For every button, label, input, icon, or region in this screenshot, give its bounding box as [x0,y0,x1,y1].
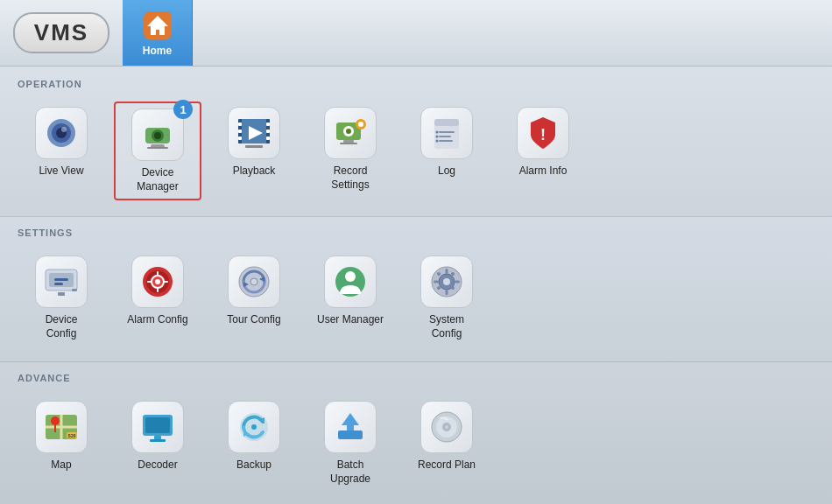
svg-rect-31 [360,127,362,130]
backup-icon [228,401,280,453]
svg-rect-58 [164,281,168,283]
advance-section-label: ADVANCE [18,373,814,385]
tour-config-item[interactable]: Tour Config [210,250,298,332]
svg-rect-56 [157,288,159,292]
svg-rect-23 [266,136,270,140]
svg-rect-69 [446,290,448,295]
device-config-item[interactable]: DeviceConfig [18,250,105,346]
top-bar: VMS Home [0,0,832,66]
backup-item[interactable]: Backup [210,396,298,478]
system-config-label: SystemConfig [429,313,464,340]
svg-point-95 [445,425,448,429]
svg-rect-71 [455,281,460,284]
advance-section: ADVANCE S20 Map [0,362,832,504]
svg-rect-57 [147,281,152,283]
device-manager-item[interactable]: 1 DeviceManager [114,102,201,200]
home-icon [142,10,173,41]
alarm-info-item[interactable]: ! Alarm Info [499,102,587,184]
svg-rect-90 [338,430,363,439]
svg-rect-85 [150,439,166,442]
svg-rect-39 [439,136,451,137]
svg-point-11 [166,129,169,132]
log-icon [420,107,473,159]
svg-point-27 [346,129,351,134]
svg-rect-55 [157,271,159,276]
record-settings-item[interactable]: RecordSettings [307,102,394,197]
svg-point-62 [250,278,257,285]
batch-upgrade-icon [324,401,377,453]
batch-upgrade-item[interactable]: BatchUpgrade [307,396,394,491]
svg-point-89 [251,424,257,430]
svg-rect-10 [147,147,168,149]
live-view-item[interactable]: Live View [18,102,105,184]
svg-point-12 [166,133,169,136]
tour-config-icon [228,256,280,308]
svg-rect-32 [356,123,358,125]
map-item[interactable]: S20 Map [18,396,105,478]
home-tab-label: Home [143,45,172,57]
settings-section-label: SETTINGS [18,228,814,240]
svg-point-8 [154,132,161,139]
playback-label: Playback [233,164,276,178]
svg-point-64 [345,271,356,282]
svg-rect-21 [266,122,270,126]
svg-rect-83 [145,417,170,433]
record-plan-item[interactable]: Record Plan [403,396,490,478]
alarm-config-label: Alarm Config [127,313,187,327]
advance-icon-grid: S20 Map Decoder [18,396,814,491]
settings-icon-grid: DeviceConfig Alarm Config [18,250,814,346]
device-config-icon [35,256,88,308]
svg-text:S20: S20 [68,433,76,438]
svg-rect-38 [439,131,455,133]
user-manager-item[interactable]: User Manager [307,250,394,332]
record-settings-icon [324,107,377,159]
playback-icon [228,107,280,159]
decoder-icon [131,401,184,453]
record-plan-icon [420,401,473,453]
settings-section: SETTINGS DeviceConfig [0,217,832,362]
svg-rect-20 [238,136,242,140]
system-config-item[interactable]: SystemConfig [403,250,490,346]
log-label: Log [438,164,455,178]
svg-rect-37 [434,119,459,126]
home-tab[interactable]: Home [123,0,193,66]
svg-point-29 [358,122,363,127]
svg-text:!: ! [540,126,546,144]
svg-point-54 [155,279,160,284]
svg-point-67 [443,278,450,285]
svg-rect-22 [266,130,270,133]
svg-rect-68 [446,269,448,274]
operation-icon-grid: Live View 1 DeviceManager [18,102,814,200]
svg-rect-30 [360,119,362,122]
badge-1: 1 [173,100,193,119]
system-config-icon [420,256,473,308]
svg-rect-18 [238,122,242,126]
vms-logo-text: VMS [13,12,109,53]
svg-point-79 [51,416,60,425]
log-item[interactable]: Log [403,102,490,184]
svg-rect-34 [343,140,354,143]
alarm-info-icon: ! [517,107,569,159]
svg-point-42 [436,136,439,138]
alarm-config-item[interactable]: Alarm Config [114,250,201,332]
live-view-label: Live View [39,164,83,178]
svg-rect-48 [54,283,63,285]
svg-rect-40 [439,140,453,142]
device-config-label: DeviceConfig [46,313,78,340]
playback-item[interactable]: Playback [210,102,298,184]
svg-rect-47 [54,278,68,281]
svg-rect-33 [363,123,366,125]
batch-upgrade-label: BatchUpgrade [330,458,370,486]
operation-section: OPERATION Live View 1 [0,66,832,217]
backup-label: Backup [236,458,271,472]
svg-point-43 [436,140,439,143]
svg-rect-19 [238,130,242,133]
svg-point-13 [166,137,169,141]
device-manager-label: DeviceManager [137,166,178,193]
svg-rect-50 [58,292,65,296]
svg-point-41 [436,131,439,134]
decoder-item[interactable]: Decoder [114,396,201,478]
vms-logo: VMS [0,0,123,66]
svg-rect-35 [340,143,357,144]
record-settings-label: RecordSettings [331,164,369,192]
